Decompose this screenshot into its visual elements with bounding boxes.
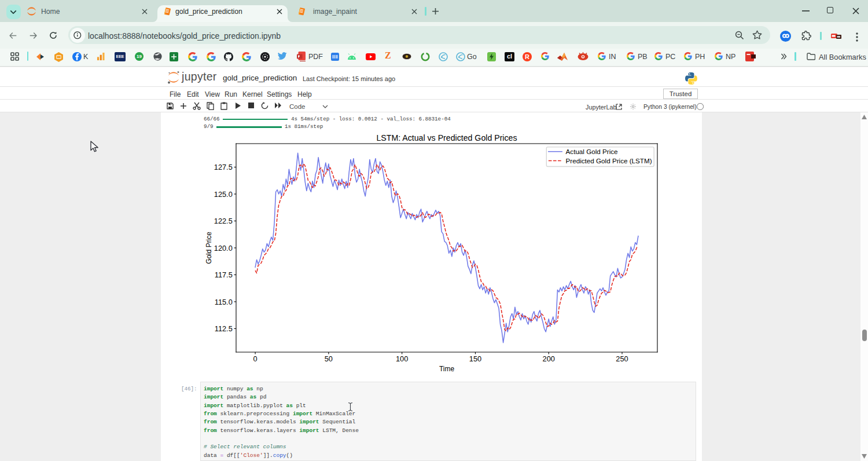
svg-text:50: 50 (325, 354, 333, 363)
svg-text:122.5: 122.5 (214, 217, 233, 225)
svg-text:250: 250 (616, 354, 628, 363)
svg-text:117.5: 117.5 (215, 270, 233, 279)
svg-text:125.0: 125.0 (214, 190, 233, 199)
svg-text:150: 150 (469, 354, 481, 363)
svg-text:Predicted Gold Price (LSTM): Predicted Gold Price (LSTM) (566, 157, 652, 164)
svg-text:100: 100 (396, 354, 408, 363)
svg-text:Time: Time (439, 365, 454, 373)
svg-text:0: 0 (253, 354, 258, 363)
svg-text:120.0: 120.0 (214, 244, 233, 253)
svg-text:Gold Price: Gold Price (205, 232, 213, 264)
svg-text:LSTM: Actual vs Predicted Gold: LSTM: Actual vs Predicted Gold Prices (376, 133, 517, 142)
svg-text:112.5: 112.5 (215, 324, 233, 333)
svg-text:127.5: 127.5 (214, 163, 233, 171)
svg-text:200: 200 (543, 354, 555, 363)
svg-text:Actual Gold Price: Actual Gold Price (566, 148, 618, 155)
svg-text:115.0: 115.0 (215, 298, 233, 306)
